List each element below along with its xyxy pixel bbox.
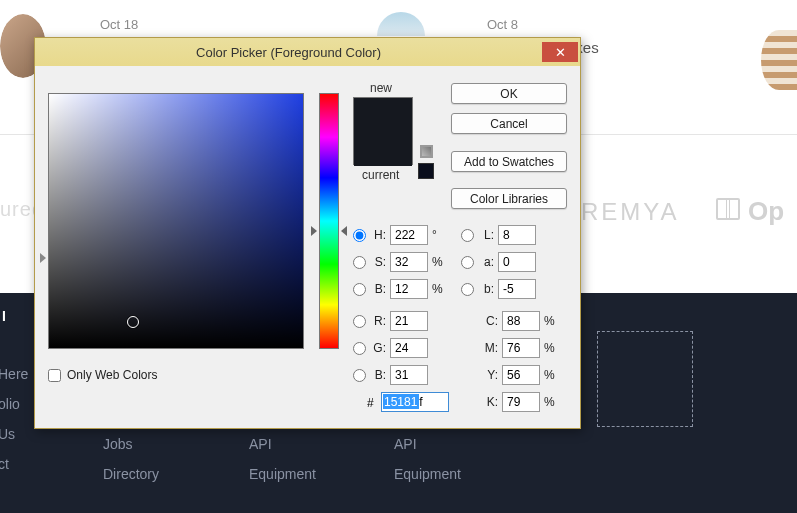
black-input[interactable] — [502, 392, 540, 412]
percent-unit: % — [544, 341, 556, 355]
brand-text-fragment: Op — [748, 196, 784, 227]
only-web-colors-label: Only Web Colors — [67, 368, 157, 382]
new-color-label: new — [370, 81, 392, 95]
ok-button[interactable]: OK — [451, 83, 567, 104]
cancel-button[interactable]: Cancel — [451, 113, 567, 134]
red-radio[interactable] — [353, 315, 366, 328]
footer-link-fragment[interactable]: ct — [0, 456, 9, 472]
brightness-label: B: — [370, 282, 386, 296]
color-picker-dialog: Color Picker (Foreground Color) ✕ new cu… — [34, 37, 581, 429]
brightness-input[interactable] — [390, 279, 428, 299]
a-label: a: — [478, 255, 494, 269]
hue-slider-handle[interactable] — [311, 226, 317, 236]
black-label: K: — [482, 395, 498, 409]
color-libraries-button[interactable]: Color Libraries — [451, 188, 567, 209]
lightness-radio[interactable] — [461, 229, 474, 242]
footer-link[interactable]: Jobs — [103, 436, 133, 452]
avatar-image — [377, 12, 425, 36]
brightness-radio[interactable] — [353, 283, 366, 296]
yellow-label: Y: — [482, 368, 498, 382]
footer-link[interactable]: API — [249, 436, 272, 452]
b-radio[interactable] — [461, 283, 474, 296]
close-icon: ✕ — [555, 45, 566, 60]
footer-link[interactable]: Equipment — [249, 466, 316, 482]
percent-unit: % — [544, 368, 556, 382]
new-color-swatch[interactable] — [354, 98, 412, 132]
footer-link-fragment[interactable]: olio — [0, 396, 20, 412]
red-label: R: — [370, 314, 386, 328]
lightness-input[interactable] — [498, 225, 536, 245]
placeholder-box — [597, 331, 693, 427]
hue-input[interactable] — [390, 225, 428, 245]
blue-label: B: — [370, 368, 386, 382]
percent-unit: % — [432, 255, 444, 269]
hue-slider[interactable] — [319, 93, 339, 349]
footer-heading-fragment: I — [2, 308, 6, 324]
yellow-input[interactable] — [502, 365, 540, 385]
hex-input[interactable] — [381, 392, 449, 412]
saturation-radio[interactable] — [353, 256, 366, 269]
hue-slider-handle[interactable] — [341, 226, 347, 236]
percent-unit: % — [432, 282, 444, 296]
avatar-image — [761, 30, 797, 90]
b-label: b: — [478, 282, 494, 296]
color-field[interactable] — [48, 93, 304, 349]
add-to-swatches-button[interactable]: Add to Swatches — [451, 151, 567, 172]
magenta-input[interactable] — [502, 338, 540, 358]
cube-icon[interactable] — [420, 145, 433, 158]
b-input[interactable] — [498, 279, 536, 299]
post-date: Oct 18 — [100, 17, 138, 32]
degree-unit: ° — [432, 228, 444, 242]
red-input[interactable] — [390, 311, 428, 331]
book-icon — [716, 198, 740, 218]
field-slider-handle[interactable] — [40, 253, 46, 263]
green-label: G: — [370, 341, 386, 355]
percent-unit: % — [544, 395, 556, 409]
cyan-input[interactable] — [502, 311, 540, 331]
post-date: Oct 8 — [487, 17, 518, 32]
footer-link-fragment[interactable]: Here — [0, 366, 28, 382]
green-input[interactable] — [390, 338, 428, 358]
color-preview — [353, 97, 413, 165]
footer-link[interactable]: Directory — [103, 466, 159, 482]
dialog-titlebar[interactable]: Color Picker (Foreground Color) ✕ — [35, 38, 580, 66]
blue-radio[interactable] — [353, 369, 366, 382]
saturation-input[interactable] — [390, 252, 428, 272]
close-button[interactable]: ✕ — [542, 42, 578, 62]
cyan-label: C: — [482, 314, 498, 328]
percent-unit: % — [544, 314, 556, 328]
footer-link-fragment[interactable]: Us — [0, 426, 15, 442]
only-web-colors-checkbox[interactable]: Only Web Colors — [48, 368, 157, 382]
dialog-title: Color Picker (Foreground Color) — [35, 45, 542, 60]
websafe-swatch[interactable] — [418, 163, 434, 179]
green-radio[interactable] — [353, 342, 366, 355]
hue-label: H: — [370, 228, 386, 242]
blue-input[interactable] — [390, 365, 428, 385]
hue-radio[interactable] — [353, 229, 366, 242]
brand-text: REMYA — [581, 198, 680, 226]
only-web-colors-input[interactable] — [48, 369, 61, 382]
magenta-label: M: — [482, 341, 498, 355]
a-radio[interactable] — [461, 256, 474, 269]
hex-hash-label: # — [367, 396, 374, 410]
lightness-label: L: — [478, 228, 494, 242]
current-color-label: current — [362, 168, 399, 182]
current-color-swatch[interactable] — [354, 132, 412, 166]
saturation-label: S: — [370, 255, 386, 269]
color-field-cursor — [127, 316, 139, 328]
footer-link[interactable]: API — [394, 436, 417, 452]
a-input[interactable] — [498, 252, 536, 272]
footer-link[interactable]: Equipment — [394, 466, 461, 482]
